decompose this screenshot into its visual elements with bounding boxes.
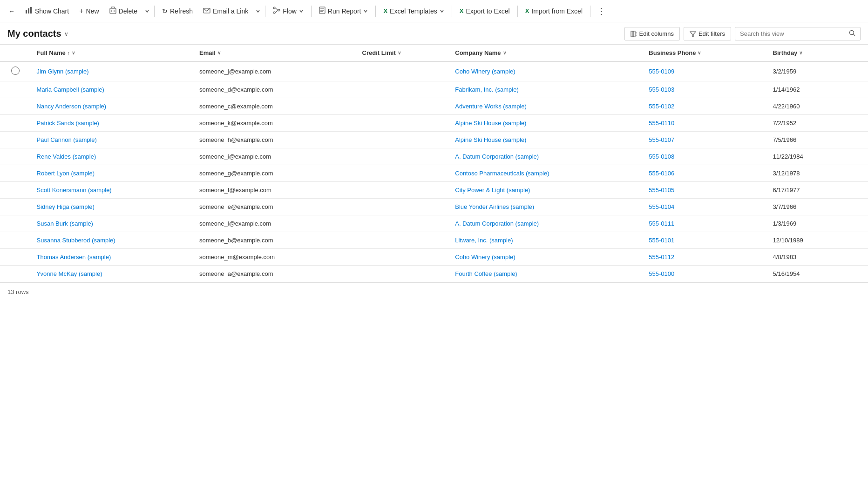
new-button[interactable]: + New [75, 4, 103, 18]
export-to-excel-button[interactable]: X Export to Excel [455, 5, 515, 18]
fullname-link[interactable]: Maria Campbell (sample) [37, 86, 104, 93]
dropdown-chevron-2[interactable] [254, 6, 262, 16]
businessphone-link[interactable]: 555-0100 [649, 270, 674, 277]
search-input[interactable] [740, 30, 849, 37]
table-row[interactable]: Susanna Stubberod (sample)someone_b@exam… [0, 232, 868, 249]
fullname-link[interactable]: Robert Lyon (sample) [37, 170, 95, 177]
row-checkbox[interactable] [0, 215, 31, 232]
businessphone-link[interactable]: 555-0105 [649, 187, 674, 194]
businessphone-link[interactable]: 555-0112 [649, 254, 674, 261]
flow-button[interactable]: Flow [268, 4, 308, 18]
businessphone-link[interactable]: 555-0110 [649, 120, 674, 127]
table-row[interactable]: Patrick Sands (sample)someone_k@example.… [0, 115, 868, 132]
email-link-button[interactable]: Email a Link [198, 5, 253, 18]
cell-fullname: Paul Cannon (sample) [31, 132, 194, 148]
checkbox-circle[interactable] [11, 67, 20, 75]
table-row[interactable]: Maria Campbell (sample)someone_d@example… [0, 81, 868, 98]
row-checkbox[interactable] [0, 266, 31, 282]
credit-filter-icon[interactable]: ∨ [398, 50, 401, 55]
th-fullname[interactable]: Full Name ↑ ∨ [31, 45, 194, 61]
companyname-link[interactable]: Adventure Works (sample) [455, 103, 527, 110]
th-companyname[interactable]: Company Name ∨ [449, 45, 643, 61]
fullname-link[interactable]: Scott Konersmann (sample) [37, 187, 112, 194]
page-title-chevron[interactable]: ∨ [64, 31, 68, 37]
company-filter-icon[interactable]: ∨ [503, 50, 506, 55]
row-checkbox[interactable] [0, 81, 31, 98]
row-checkbox[interactable] [0, 148, 31, 165]
companyname-link[interactable]: A. Datum Corporation (sample) [455, 220, 539, 227]
th-email[interactable]: Email ∨ [194, 45, 357, 61]
edit-columns-button[interactable]: Edit columns [624, 27, 680, 40]
companyname-link[interactable]: Blue Yonder Airlines (sample) [455, 203, 534, 210]
cell-companyname: Adventure Works (sample) [449, 98, 643, 115]
row-checkbox[interactable] [0, 165, 31, 182]
companyname-link[interactable]: Contoso Pharmaceuticals (sample) [455, 170, 549, 177]
companyname-link[interactable]: Fourth Coffee (sample) [455, 270, 517, 277]
businessphone-link[interactable]: 555-0108 [649, 153, 674, 160]
fullname-link[interactable]: Sidney Higa (sample) [37, 203, 95, 210]
companyname-link[interactable]: Coho Winery (sample) [455, 68, 515, 75]
row-checkbox[interactable] [0, 199, 31, 215]
row-checkbox[interactable] [0, 249, 31, 266]
row-checkbox[interactable] [0, 61, 31, 81]
row-checkbox[interactable] [0, 98, 31, 115]
businessphone-link[interactable]: 555-0106 [649, 170, 674, 177]
th-businessphone[interactable]: Business Phone ∨ [643, 45, 767, 61]
table-row[interactable]: Susan Burk (sample)someone_l@example.com… [0, 215, 868, 232]
table-row[interactable]: Jim Glynn (sample)someone_j@example.comC… [0, 61, 868, 81]
businessphone-link[interactable]: 555-0103 [649, 86, 674, 93]
back-button[interactable]: ← [4, 5, 20, 18]
fullname-link[interactable]: Paul Cannon (sample) [37, 136, 97, 143]
businessphone-link[interactable]: 555-0101 [649, 237, 674, 244]
businessphone-link[interactable]: 555-0104 [649, 203, 674, 210]
table-row[interactable]: Rene Valdes (sample)someone_i@example.co… [0, 148, 868, 165]
phone-filter-icon[interactable]: ∨ [698, 50, 701, 55]
companyname-link[interactable]: Fabrikam, Inc. (sample) [455, 86, 519, 93]
fullname-link[interactable]: Jim Glynn (sample) [37, 68, 89, 75]
companyname-link[interactable]: City Power & Light (sample) [455, 187, 530, 194]
th-birthday[interactable]: Birthday ∨ [767, 45, 868, 61]
dropdown-chevron-1[interactable] [143, 6, 151, 16]
companyname-link[interactable]: A. Datum Corporation (sample) [455, 153, 539, 160]
excel-templates-button[interactable]: X Excel Templates [379, 5, 448, 18]
delete-button[interactable]: Delete [105, 4, 142, 18]
row-checkbox[interactable] [0, 132, 31, 148]
more-button[interactable]: ⋮ [593, 3, 610, 19]
fullname-link[interactable]: Thomas Andersen (sample) [37, 254, 111, 261]
businessphone-link[interactable]: 555-0111 [649, 220, 674, 227]
refresh-button[interactable]: ↻ Refresh [157, 5, 197, 18]
fullname-link[interactable]: Nancy Anderson (sample) [37, 103, 107, 110]
page-title-area: My contacts ∨ [7, 28, 68, 39]
fullname-link[interactable]: Patrick Sands (sample) [37, 120, 99, 127]
cell-creditlimit [357, 148, 450, 165]
show-chart-button[interactable]: Show Chart [20, 4, 74, 18]
table-row[interactable]: Yvonne McKay (sample)someone_a@example.c… [0, 266, 868, 282]
import-from-excel-button[interactable]: X Import from Excel [521, 5, 587, 18]
companyname-link[interactable]: Alpine Ski House (sample) [455, 136, 526, 143]
run-report-button[interactable]: Run Report [314, 4, 373, 18]
fullname-filter-icon[interactable]: ∨ [72, 50, 75, 55]
email-filter-icon[interactable]: ∨ [217, 50, 221, 55]
companyname-link[interactable]: Coho Winery (sample) [455, 254, 515, 261]
fullname-link[interactable]: Yvonne McKay (sample) [37, 270, 102, 277]
table-row[interactable]: Robert Lyon (sample)someone_g@example.co… [0, 165, 868, 182]
table-row[interactable]: Nancy Anderson (sample)someone_c@example… [0, 98, 868, 115]
fullname-link[interactable]: Susanna Stubberod (sample) [37, 237, 115, 244]
businessphone-link[interactable]: 555-0109 [649, 68, 674, 75]
businessphone-link[interactable]: 555-0107 [649, 136, 674, 143]
companyname-link[interactable]: Alpine Ski House (sample) [455, 120, 526, 127]
businessphone-link[interactable]: 555-0102 [649, 103, 674, 110]
fullname-link[interactable]: Susan Burk (sample) [37, 220, 93, 227]
edit-filters-button[interactable]: Edit filters [684, 27, 731, 40]
table-row[interactable]: Scott Konersmann (sample)someone_f@examp… [0, 182, 868, 199]
table-row[interactable]: Thomas Andersen (sample)someone_m@exampl… [0, 249, 868, 266]
birthday-filter-icon[interactable]: ∨ [799, 50, 802, 55]
row-checkbox[interactable] [0, 232, 31, 249]
companyname-link[interactable]: Litware, Inc. (sample) [455, 237, 513, 244]
table-row[interactable]: Sidney Higa (sample)someone_e@example.co… [0, 199, 868, 215]
row-checkbox[interactable] [0, 182, 31, 199]
fullname-link[interactable]: Rene Valdes (sample) [37, 153, 96, 160]
row-checkbox[interactable] [0, 115, 31, 132]
table-row[interactable]: Paul Cannon (sample)someone_h@example.co… [0, 132, 868, 148]
th-creditlimit[interactable]: Credit Limit ∨ [357, 45, 450, 61]
